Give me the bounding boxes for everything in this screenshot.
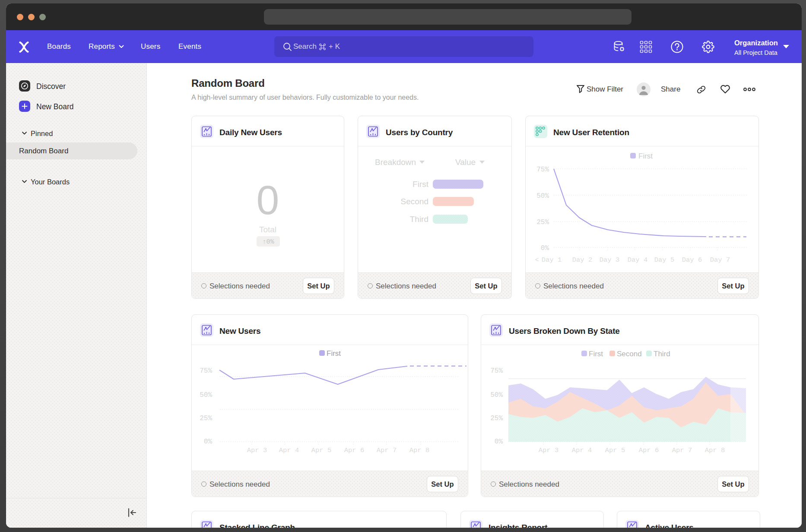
svg-text:Apr 4: Apr 4 xyxy=(572,446,592,454)
svg-text:Day 4: Day 4 xyxy=(628,256,648,264)
svg-text:75%: 75% xyxy=(200,367,212,375)
svg-text:25%: 25% xyxy=(536,218,549,226)
svg-text:50%: 50% xyxy=(200,391,212,399)
svg-text:Apr 8: Apr 8 xyxy=(705,446,725,454)
svg-text:Day 7: Day 7 xyxy=(710,256,730,264)
svg-text:75%: 75% xyxy=(536,166,549,174)
svg-text:75%: 75% xyxy=(490,367,503,375)
svg-text:First: First xyxy=(589,350,603,358)
svg-text:Apr 5: Apr 5 xyxy=(605,446,625,454)
svg-text:0%: 0% xyxy=(541,244,549,252)
svg-text:Apr 6: Apr 6 xyxy=(344,446,365,454)
svg-text:Third: Third xyxy=(654,350,670,358)
svg-text:Day 2: Day 2 xyxy=(572,256,593,264)
svg-text:First: First xyxy=(413,180,429,189)
svg-text:50%: 50% xyxy=(490,391,503,399)
svg-text:First: First xyxy=(327,349,341,358)
svg-text:0%: 0% xyxy=(495,438,503,446)
svg-text:First: First xyxy=(638,152,653,160)
svg-text:Apr 5: Apr 5 xyxy=(311,446,332,454)
svg-text:Apr 6: Apr 6 xyxy=(639,446,659,454)
svg-text:<: < xyxy=(535,256,539,264)
svg-text:Apr 3: Apr 3 xyxy=(247,446,267,454)
svg-text:Apr 8: Apr 8 xyxy=(409,446,430,454)
svg-text:Second: Second xyxy=(401,197,428,206)
svg-text:25%: 25% xyxy=(200,415,212,422)
svg-text:Second: Second xyxy=(617,350,642,358)
svg-text:Day 1: Day 1 xyxy=(542,256,562,264)
svg-text:Apr 7: Apr 7 xyxy=(377,446,397,454)
svg-text:Apr 7: Apr 7 xyxy=(672,446,692,454)
svg-text:Day 6: Day 6 xyxy=(682,256,702,264)
svg-text:Apr 4: Apr 4 xyxy=(279,446,299,454)
svg-text:0%: 0% xyxy=(204,438,213,446)
svg-text:Day 3: Day 3 xyxy=(600,256,620,264)
svg-text:Third: Third xyxy=(410,215,428,224)
svg-text:50%: 50% xyxy=(536,192,549,200)
svg-text:Day 5: Day 5 xyxy=(654,256,675,264)
svg-text:Apr 3: Apr 3 xyxy=(539,446,559,454)
svg-text:25%: 25% xyxy=(490,415,503,422)
